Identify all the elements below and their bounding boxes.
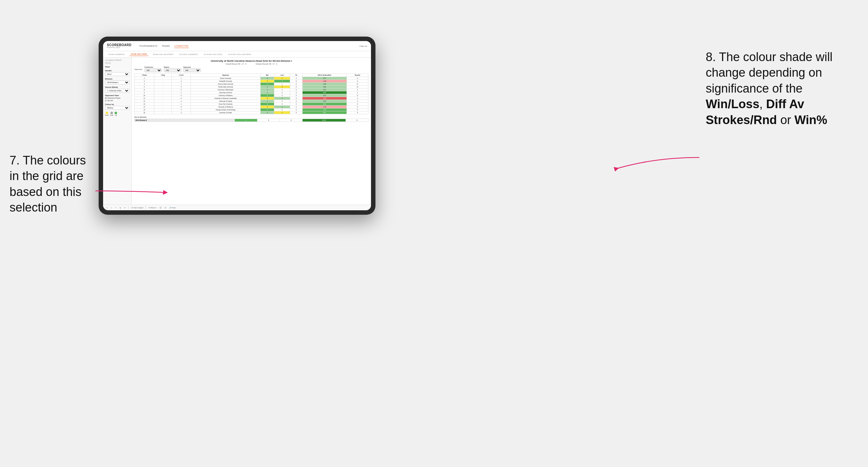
sidebar-school-section: School (Rank) 1. University of Nort... — [105, 86, 129, 93]
school-select[interactable]: 1. University of Nort... — [105, 89, 129, 93]
cell-win: 2 — [260, 77, 274, 80]
col-diff: Diff Av Strokes/Rnd — [302, 74, 347, 77]
watch-label: Watch ▾ — [151, 207, 157, 209]
cell-rank: 8 — [134, 88, 154, 91]
opponent-label: Opponent — [183, 66, 201, 68]
cell-loss: 0 — [274, 108, 290, 111]
opponent-radio-group: Opponents Played Top 100 — [105, 97, 129, 101]
cell-tie: 0 — [290, 77, 302, 80]
toolbar-copy[interactable]: ⊞ — [119, 207, 122, 209]
nav-teams[interactable]: TEAMS — [162, 44, 170, 48]
team-label: Team — [105, 66, 129, 68]
grid-title: University of North Carolina Head-to-Hea… — [134, 60, 368, 62]
nav-tournaments[interactable]: TOURNAMENTS — [139, 44, 157, 48]
filter-row: Opponents: Conference (All) Region (All) — [134, 66, 368, 72]
cell-rank: 13 — [134, 103, 154, 105]
conference-filter: Conference (All) — [145, 66, 162, 72]
nav-committee[interactable]: COMMITTEE — [174, 44, 189, 48]
cell-win: 3 — [260, 103, 274, 105]
toolbar-comment[interactable]: 💬 — [159, 207, 162, 209]
col-conf: # Conf — [172, 74, 191, 77]
cell-loss: 1 — [274, 111, 290, 114]
cell-win: 1 — [260, 88, 274, 91]
out-of-div-win: 1 — [235, 119, 257, 122]
tablet-frame: SCOREBOARD Powered by clippd TOURNAMENTS… — [99, 37, 375, 215]
sub-nav-player-h2h-grid[interactable]: PLAYER H2H GRID — [203, 53, 224, 56]
cell-rank: 6 — [134, 86, 154, 88]
toolbar-timer[interactable]: ⏱ — [123, 207, 126, 209]
toolbar-sep2 — [146, 206, 146, 209]
cell-diff: 6.62 — [302, 111, 347, 114]
cell-tie: 0 — [290, 83, 302, 86]
cell-conf: 1 — [172, 103, 191, 105]
colour-by-select[interactable]: Win/loss — [105, 106, 129, 110]
cell-diff: 2.61 — [302, 94, 347, 97]
cell-tie: 0 — [290, 97, 302, 100]
cell-diff: -1.00 — [302, 105, 347, 108]
cell-loss: 4 — [274, 80, 290, 83]
division-select[interactable]: NCAA Division I — [105, 81, 129, 84]
cell-win: 5 — [260, 108, 274, 111]
sub-nav-team-summary[interactable]: TEAM SUMMARY — [107, 53, 126, 56]
cell-opponent: Arizona State University — [191, 83, 260, 86]
region-label: Region — [164, 66, 181, 68]
cell-rank: 2 — [134, 77, 154, 80]
cell-diff: 4.50 — [302, 108, 347, 111]
data-table: # Rank # Reg # Conf Opponent Win Loss Ti… — [134, 73, 368, 114]
cell-loss: 0 — [274, 100, 290, 103]
toolbar-undo[interactable]: ↩ — [106, 207, 108, 209]
cell-reg: - — [154, 108, 172, 111]
toolbar-watch[interactable]: 👁 Watch ▾ — [148, 207, 157, 209]
cell-reg: - — [154, 100, 172, 103]
cell-tie: 0 — [290, 105, 302, 108]
table-row: 16 - 2 University of Florida 3 1 0 6.62 … — [134, 111, 368, 114]
toolbar-back[interactable]: ↶ — [115, 207, 117, 209]
annotation-right-comma: , — [760, 97, 766, 111]
cell-opponent: Auburn University — [191, 77, 260, 80]
cell-rank: 15 — [134, 108, 154, 111]
opponent-select[interactable]: (All) — [183, 68, 201, 72]
toolbar-share[interactable]: 🔗 Share — [168, 207, 177, 209]
division-label: Division — [105, 78, 129, 80]
cell-diff: 2.33 — [302, 100, 347, 103]
toolbar-redo[interactable]: ↪ — [110, 207, 113, 209]
grid-records: Overall Record: 89 - 17 - 0 Division Rec… — [134, 63, 368, 65]
conference-select[interactable]: (All) — [145, 68, 162, 72]
gender-select[interactable]: Men's — [105, 72, 129, 76]
toolbar-view[interactable]: 📋 View: Original — [130, 207, 144, 209]
table-row: 4 - 1 Arizona State University 5 1 0 2.2… — [134, 83, 368, 86]
sub-nav-player-h2h-heatmap[interactable]: PLAYER H2H HEATMAP — [227, 53, 253, 56]
legend-down-dot — [106, 112, 108, 114]
cell-reg: - — [154, 88, 172, 91]
cell-rank: 12 — [134, 100, 154, 103]
annotation-left-text: 7. The colours in the grid are based on … — [9, 154, 86, 214]
cell-tie: 0 — [290, 86, 302, 88]
radio-opponents-played[interactable]: Opponents Played — [105, 97, 129, 99]
cell-rank: 14 — [134, 105, 154, 108]
radio-top100[interactable]: Top 100 — [105, 100, 129, 101]
col-rank: # Rank — [134, 74, 154, 77]
sub-nav-team-h2h-grid[interactable]: TEAM H2H GRID — [129, 53, 148, 56]
toolbar-grid[interactable]: ⊞ — [164, 207, 167, 209]
nav-signout[interactable]: | Sign out — [359, 45, 367, 47]
cell-rounds: 9 — [347, 103, 368, 105]
cell-opponent: University of Oklahoma — [191, 105, 260, 108]
col-tie: Tie — [290, 74, 302, 77]
sub-nav-team-h2h-heatmap[interactable]: TEAM H2H HEATMAP — [151, 53, 175, 56]
cell-diff: 9.00 — [302, 91, 347, 94]
annotation-right-bold1: Win/Loss — [706, 97, 760, 111]
cell-loss: 0 — [274, 88, 290, 91]
cell-conf: 2 — [172, 86, 191, 88]
cell-win: 1 — [260, 100, 274, 103]
cell-conf: 1 — [172, 83, 191, 86]
cell-tie: 0 — [290, 111, 302, 114]
cell-opponent: Georgia Institute of Technology — [191, 108, 260, 111]
cell-reg: - — [154, 80, 172, 83]
annotation-right-text1: 8. The colour shade will change dependin… — [706, 50, 833, 95]
sub-nav-player-summary[interactable]: PLAYER SUMMARY — [178, 53, 199, 56]
region-select[interactable]: (All) — [164, 68, 181, 72]
cell-rounds: 9 — [347, 108, 368, 111]
cell-reg: - — [154, 83, 172, 86]
legend-level-label: Level — [110, 115, 114, 116]
cell-rounds: 8 — [347, 94, 368, 97]
